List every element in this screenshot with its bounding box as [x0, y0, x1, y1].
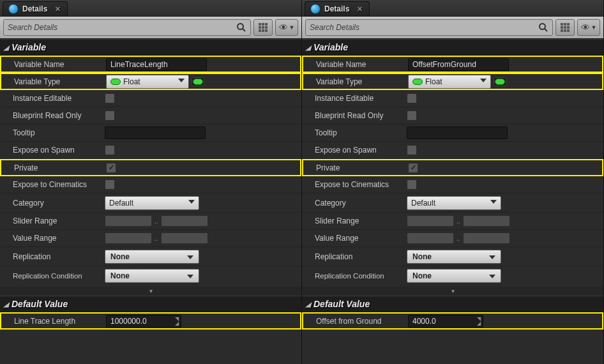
search-row: Search Details 👁 ▼: [0, 17, 301, 39]
details-panel-right: Details ✕ Search Details 👁 ▼ ◢ Variable …: [302, 0, 604, 364]
value-range-min[interactable]: [407, 232, 454, 244]
container-type-button[interactable]: [192, 77, 204, 86]
slider-range-max[interactable]: [161, 215, 208, 227]
chevron-down-icon: [187, 275, 193, 278]
search-icon: [538, 22, 548, 33]
label-variable-name: Variable Name: [303, 57, 405, 72]
chevron-down-icon: [178, 79, 185, 82]
row-private: Private: [0, 159, 301, 176]
combo-replication[interactable]: None: [407, 250, 501, 264]
input-variable-name[interactable]: OffsetFromGround: [408, 58, 509, 71]
check-blueprint-read-only[interactable]: [105, 110, 115, 121]
row-category: CategoryDefault: [302, 193, 603, 213]
check-expose-on-spawn[interactable]: [105, 145, 115, 155]
input-default-value[interactable]: 1000000.0◥◢: [106, 315, 181, 328]
matrix-icon: [561, 23, 570, 32]
svg-line-1: [243, 29, 245, 31]
spinner-icon[interactable]: ◥◢: [175, 317, 179, 326]
section-expand-button[interactable]: ▾: [0, 285, 301, 296]
row-tooltip: Tooltip: [0, 125, 301, 142]
row-instance-editable: Instance Editable: [0, 90, 301, 107]
row-default-value: Line Trace Length 1000000.0◥◢: [0, 312, 301, 330]
row-value-range: Value Range..: [302, 230, 603, 247]
row-replication-condition: Replication ConditionNone: [302, 266, 603, 285]
check-instance-editable[interactable]: [407, 93, 417, 103]
check-private[interactable]: [106, 163, 116, 173]
check-expose-cinematics[interactable]: [407, 179, 417, 190]
input-variable-name[interactable]: LineTraceLength: [106, 58, 207, 71]
type-pill-icon: [412, 79, 423, 85]
row-replication-condition: Replication ConditionNone: [0, 266, 301, 285]
disclosure-icon: ◢: [306, 301, 311, 308]
tab-details[interactable]: Details ✕: [3, 1, 68, 16]
search-row: Search Details 👁 ▼: [302, 17, 603, 39]
section-variable[interactable]: ◢ Variable: [302, 39, 603, 56]
combo-category[interactable]: Default: [105, 196, 199, 210]
check-instance-editable[interactable]: [105, 93, 115, 103]
section-expand-button[interactable]: ▾: [302, 285, 603, 296]
property-matrix-button[interactable]: [555, 19, 575, 36]
row-slider-range: Slider Range..: [0, 213, 301, 230]
row-private: Private: [302, 159, 603, 176]
eye-icon: 👁: [279, 23, 288, 32]
tab-bar: Details ✕: [302, 0, 603, 17]
section-variable[interactable]: ◢ Variable: [0, 39, 301, 56]
row-tooltip: Tooltip: [302, 125, 603, 142]
input-default-value[interactable]: 4000.0◥◢: [408, 315, 483, 328]
check-expose-cinematics[interactable]: [105, 179, 115, 190]
slider-range-max[interactable]: [463, 215, 510, 227]
slider-range-min[interactable]: [105, 215, 152, 227]
search-input[interactable]: Search Details: [3, 19, 251, 36]
close-icon[interactable]: ✕: [357, 5, 363, 13]
combo-variable-type[interactable]: Float: [408, 75, 491, 89]
search-input[interactable]: Search Details: [305, 19, 553, 36]
row-variable-type: Variable Type Float: [302, 73, 603, 90]
check-private[interactable]: [408, 163, 418, 173]
chevron-down-icon: [187, 255, 193, 259]
row-variable-name: Variable Name OffsetFromGround: [302, 56, 603, 73]
combo-replication[interactable]: None: [105, 250, 199, 264]
row-variable-name: Variable Name LineTraceLength: [0, 56, 301, 73]
disclosure-icon: ◢: [306, 44, 311, 51]
slider-range-min[interactable]: [407, 215, 454, 227]
section-default-value[interactable]: ◢ Default Value: [302, 296, 603, 312]
row-blueprint-read-only: Blueprint Read Only: [0, 107, 301, 125]
view-options-button[interactable]: 👁 ▼: [275, 19, 298, 36]
input-tooltip[interactable]: [105, 126, 206, 139]
eye-icon: 👁: [581, 23, 590, 32]
container-type-button[interactable]: [494, 77, 506, 86]
label-variable-type: Variable Type: [303, 74, 405, 89]
property-matrix-button[interactable]: [253, 19, 273, 36]
check-expose-on-spawn[interactable]: [407, 145, 417, 155]
view-options-button[interactable]: 👁 ▼: [577, 19, 600, 36]
value-range-max[interactable]: [161, 232, 208, 244]
combo-variable-type[interactable]: Float: [106, 75, 189, 89]
chevron-down-icon: ▼: [289, 24, 295, 31]
close-icon[interactable]: ✕: [55, 5, 61, 13]
value-range-max[interactable]: [463, 232, 510, 244]
combo-category[interactable]: Default: [407, 196, 501, 210]
spinner-icon[interactable]: ◥◢: [477, 317, 481, 326]
chevron-down-icon: ▼: [591, 24, 597, 31]
section-default-value[interactable]: ◢ Default Value: [0, 296, 301, 312]
tab-bar: Details ✕: [0, 0, 301, 17]
search-placeholder: Search Details: [310, 23, 359, 32]
row-slider-range: Slider Range..: [302, 213, 603, 230]
info-icon: [310, 4, 321, 14]
row-default-value: Offset from Ground 4000.0◥◢: [302, 312, 603, 330]
row-expose-on-spawn: Expose on Spawn: [302, 142, 603, 159]
chevron-down-icon: [489, 275, 495, 278]
label-default-value: Line Trace Length: [1, 314, 103, 328]
tab-details[interactable]: Details ✕: [305, 1, 370, 16]
section-title: Default Value: [313, 299, 370, 309]
search-icon: [236, 22, 246, 33]
combo-replication-condition[interactable]: None: [407, 269, 501, 283]
input-tooltip[interactable]: [407, 126, 508, 139]
chevron-down-icon: [490, 200, 497, 204]
combo-replication-condition[interactable]: None: [105, 269, 199, 283]
info-icon: [8, 4, 19, 14]
row-category: CategoryDefault: [0, 193, 301, 213]
check-blueprint-read-only[interactable]: [407, 110, 417, 121]
svg-line-3: [545, 29, 547, 31]
value-range-min[interactable]: [105, 232, 152, 244]
